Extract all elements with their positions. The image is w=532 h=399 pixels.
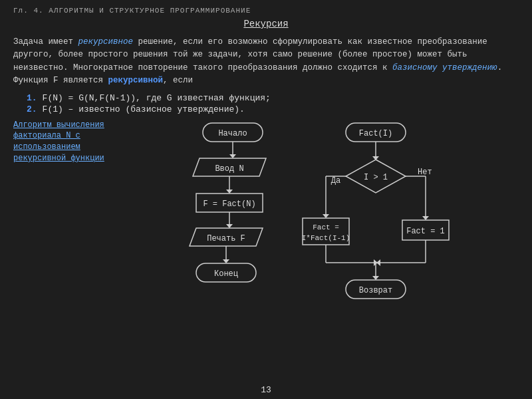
left-flowchart: Начало Ввод N F = Fact(N) — [186, 120, 279, 309]
svg-marker-37 — [422, 216, 429, 220]
svg-text:Нет: Нет — [418, 168, 432, 177]
svg-text:I > 1: I > 1 — [364, 173, 388, 182]
bottom-section: Алгоритм вычисления факториала N с испол… — [13, 120, 519, 309]
svg-text:I*Fact(I-1): I*Fact(I-1) — [302, 234, 350, 242]
text-recursive-italic: рекурсивное — [78, 37, 134, 47]
svg-marker-7 — [226, 190, 233, 194]
list-item: 2. F(1) – известно (базисное утверждение… — [27, 104, 519, 114]
svg-text:Fact(I): Fact(I) — [359, 129, 392, 138]
svg-text:Возврат: Возврат — [359, 286, 392, 295]
svg-text:Fact = 1: Fact = 1 — [406, 227, 445, 236]
svg-text:Конец: Конец — [214, 269, 238, 279]
page-number: 13 — [261, 385, 271, 395]
list-item: 1. F(N) = G(N,F(N-1)), где G известная ф… — [27, 93, 519, 103]
text-recursive-bold: рекурсивной — [108, 76, 164, 85]
text-part4: , если — [163, 76, 193, 85]
svg-text:Начало: Начало — [218, 129, 247, 138]
svg-text:Да: Да — [331, 176, 340, 186]
list-num-1: 1. — [27, 93, 37, 103]
svg-marker-44 — [372, 276, 379, 280]
main-text: Задача имеет рекурсивное решение, если е… — [13, 36, 519, 88]
svg-text:F = Fact(N): F = Fact(N) — [203, 200, 255, 209]
section-title: Рекурсия — [13, 19, 519, 29]
text-base-italic: базисному утверждению — [392, 63, 497, 72]
list-text-2: F(1) – известно (базисное утверждение). — [43, 104, 245, 114]
algo-title: Алгоритм вычисления факториала N с испол… — [13, 120, 113, 309]
numbered-list: 1. F(N) = G(N,F(N-1)), где G известная ф… — [27, 93, 519, 114]
chapter-header: Гл. 4. АЛГОРИТМЫ И СТРУКТУРНОЕ ПРОГРАММИ… — [13, 7, 519, 15]
svg-marker-15 — [223, 259, 229, 263]
list-text-1: F(N) = G(N,F(N-1)), где G известная функ… — [43, 93, 271, 103]
text-part1: Задача имеет — [13, 37, 78, 47]
diagrams: Начало Ввод N F = Fact(N) — [120, 120, 519, 309]
svg-text:Ввод N: Ввод N — [215, 164, 243, 174]
svg-marker-28 — [323, 214, 329, 218]
svg-text:Fact =: Fact = — [313, 223, 339, 231]
page: Гл. 4. АЛГОРИТМЫ И СТРУКТУРНОЕ ПРОГРАММИ… — [0, 0, 532, 399]
svg-marker-11 — [226, 224, 233, 228]
svg-marker-3 — [229, 154, 236, 158]
svg-text:Печать F: Печать F — [207, 234, 245, 243]
right-flowchart: Fact(I) I > 1 Да Нет — [299, 120, 452, 309]
list-num-2: 2. — [27, 104, 37, 114]
svg-marker-42 — [376, 259, 380, 266]
